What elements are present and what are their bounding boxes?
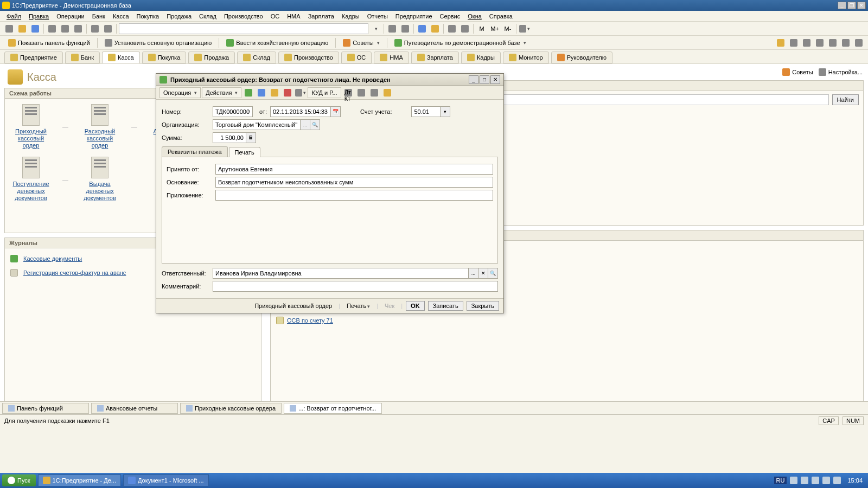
dialog-maximize-button[interactable]: □ (480, 75, 489, 84)
clock[interactable]: 15:04 (844, 477, 866, 484)
org-input[interactable] (213, 119, 301, 130)
language-indicator[interactable]: RU (774, 477, 787, 484)
org-select-button[interactable]: ... (301, 119, 310, 130)
tray-icon[interactable] (790, 477, 797, 484)
guide-button[interactable]: Путеводитель по демонстрационной базе (390, 37, 531, 49)
enter-operation-button[interactable]: Ввести хозяйственную операцию (221, 37, 333, 49)
menu-help[interactable]: Справка (486, 12, 516, 21)
tips-button[interactable]: Советы (338, 37, 384, 49)
window-close-button[interactable]: ✕ (857, 2, 866, 9)
dlg-help-button[interactable] (381, 87, 393, 99)
wintab-current-doc[interactable]: ...: Возврат от подотчетног... (284, 403, 382, 414)
journal-cash-docs-link[interactable]: Кассовые документы (23, 255, 82, 262)
account-dropdown-button[interactable]: ▾ (441, 106, 450, 117)
taskbar-item-1c[interactable]: 1С:Предприятие - Де... (38, 474, 121, 486)
taskbar-item-word[interactable]: Документ1 - Microsoft ... (123, 474, 209, 486)
actions-dropdown[interactable]: Действия (202, 87, 241, 98)
start-button[interactable]: Пуск (2, 474, 36, 486)
menu-sale[interactable]: Продажа (163, 12, 195, 21)
info-button[interactable] (429, 23, 441, 35)
save-button[interactable] (29, 23, 41, 35)
tab-bank[interactable]: Банк (65, 52, 100, 63)
window-minimize-button[interactable]: _ (838, 2, 846, 9)
nav-back-button[interactable] (386, 23, 398, 35)
window-restore-button[interactable]: ❐ (847, 2, 856, 9)
tab-enterprise[interactable]: Предприятие (4, 52, 63, 63)
tab-nma[interactable]: НМА (374, 52, 409, 63)
memory-m-button[interactable]: M (476, 23, 488, 35)
dlg-dt-kt-button[interactable]: ДтКт (342, 87, 354, 99)
set-main-org-button[interactable]: Установить основную организацию (100, 37, 217, 49)
tray-icon[interactable] (801, 477, 808, 484)
wintab-advance-reports[interactable]: Авансовые отчеты (91, 403, 178, 414)
quick-btn-6[interactable] (840, 37, 852, 49)
quick-btn-7[interactable] (853, 37, 865, 49)
tab-os[interactable]: ОС (341, 52, 372, 63)
responsible-clear-button[interactable]: ✕ (478, 268, 488, 279)
undo-button[interactable] (89, 23, 101, 35)
dialog-close-button[interactable]: ✕ (490, 75, 500, 84)
report-link-7[interactable]: ОСВ по счету 71 (287, 316, 333, 325)
dlg-unpost-button[interactable] (282, 87, 293, 99)
memory-mminus-button[interactable]: M- (502, 23, 514, 35)
date-picker-button[interactable]: 📅 (331, 106, 341, 117)
org-open-button[interactable]: 🔍 (310, 119, 320, 130)
responsible-input[interactable] (213, 268, 469, 279)
quick-btn-4[interactable] (814, 37, 826, 49)
quick-btn-5[interactable] (827, 37, 839, 49)
ok-button[interactable]: OK (406, 301, 425, 311)
show-functions-panel-button[interactable]: Показать панель функций (3, 37, 95, 49)
menu-service[interactable]: Сервис (437, 12, 464, 21)
tab-salary[interactable]: Зарплата (411, 52, 459, 63)
wintab-income-orders[interactable]: Приходные кассовые ордера (180, 403, 282, 414)
address-dropdown[interactable] (369, 23, 381, 35)
print-form-link[interactable]: Приходный кассовый ордер (251, 301, 335, 310)
menu-reports[interactable]: Отчеты (364, 12, 391, 21)
operation-dropdown[interactable]: Операция (159, 87, 201, 98)
menu-enterprise[interactable]: Предприятие (392, 12, 436, 21)
cheque-button[interactable]: Чек (381, 301, 398, 310)
dlg-post-button[interactable] (269, 87, 280, 99)
dlg-list-button[interactable] (368, 87, 380, 99)
kud-button[interactable]: КУД и Р... (308, 87, 341, 98)
scheme-money-out[interactable]: Выдача денежных документов (79, 157, 120, 202)
nav-fwd-button[interactable] (399, 23, 411, 35)
calendar-button[interactable] (459, 23, 471, 35)
help-button[interactable] (416, 23, 428, 35)
menu-windows[interactable]: Окна (464, 12, 485, 21)
date-input[interactable] (270, 106, 331, 117)
tray-icon[interactable] (833, 477, 841, 484)
menu-warehouse[interactable]: Склад (196, 12, 220, 21)
sum-input[interactable] (213, 132, 246, 143)
number-input[interactable] (213, 106, 253, 117)
menu-salary[interactable]: Зарплата (305, 12, 337, 21)
scheme-money-in[interactable]: Поступление денежных документов (10, 157, 52, 202)
copy-button[interactable] (59, 23, 71, 35)
settings-link[interactable]: Настройка... (819, 68, 863, 76)
tray-icon[interactable] (812, 477, 819, 484)
cut-button[interactable] (46, 23, 58, 35)
tab-manager[interactable]: Руководителю (551, 52, 612, 63)
tab-production[interactable]: Производство (278, 52, 339, 63)
dlg-refresh-button[interactable] (256, 87, 267, 99)
close-button[interactable]: Закрыть (467, 301, 499, 311)
menu-cashbox[interactable]: Касса (110, 12, 132, 21)
redo-button[interactable] (102, 23, 114, 35)
menu-hr[interactable]: Кадры (339, 12, 363, 21)
dlg-based-dropdown[interactable] (295, 87, 307, 99)
tab-payment-details[interactable]: Реквизиты платежа (162, 146, 228, 157)
basis-input[interactable] (215, 177, 493, 188)
menu-bank[interactable]: Банк (89, 12, 108, 21)
quick-btn-2[interactable] (788, 37, 800, 49)
menu-os[interactable]: ОС (267, 12, 283, 21)
print-dropdown[interactable]: Печать (343, 301, 373, 310)
dialog-minimize-button[interactable]: _ (469, 75, 478, 84)
received-from-input[interactable] (215, 164, 493, 175)
tab-warehouse[interactable]: Склад (237, 52, 276, 63)
tab-purchase[interactable]: Покупка (142, 52, 187, 63)
calc-button[interactable] (446, 23, 458, 35)
menu-file[interactable]: Файл (3, 12, 24, 21)
dlg-apply-button[interactable] (242, 87, 254, 99)
menu-production[interactable]: Производство (221, 12, 266, 21)
memory-mplus-button[interactable]: M+ (489, 23, 501, 35)
